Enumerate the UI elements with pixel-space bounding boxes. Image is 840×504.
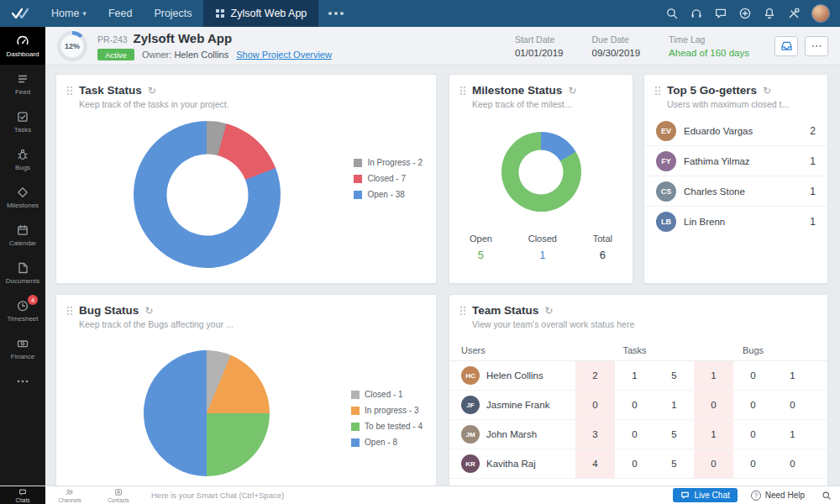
- sidebar-item-tasks[interactable]: Tasks: [0, 102, 45, 140]
- refresh-icon[interactable]: ↻: [144, 305, 153, 317]
- legend-item: To be tested - 4: [351, 422, 423, 431]
- refresh-icon[interactable]: ↻: [544, 305, 553, 317]
- due-date-label: Due Date: [592, 34, 641, 45]
- status-badge[interactable]: Active: [97, 49, 134, 60]
- team-status-table: Users Tasks Bugs HC Helen Collins 2 1 5 …: [449, 339, 827, 479]
- refresh-icon[interactable]: ↻: [763, 85, 771, 97]
- project-owner: Owner: Helen Collins: [142, 50, 228, 60]
- sidebar-item-milestones[interactable]: Milestones: [0, 178, 45, 216]
- table-row[interactable]: JF Jasmine Frank 0 0 1 0 0 0: [449, 391, 827, 420]
- tab-zylsoft-web-app[interactable]: Zylsoft Web App: [203, 0, 319, 27]
- legend-item: Open - 38: [354, 190, 423, 199]
- avatar: LB: [656, 212, 676, 232]
- bug-cell: 0: [773, 449, 812, 478]
- live-chat-button[interactable]: Live Chat: [673, 488, 737, 502]
- bug-status-subtitle: Keep track of the Bugs affecting your ..…: [66, 319, 426, 329]
- channels-button[interactable]: Channels: [45, 486, 94, 504]
- bug-cell: 1: [773, 420, 812, 449]
- app-logo[interactable]: [0, 7, 40, 20]
- table-row[interactable]: JM John Marsh 3 0 5 1 0 1: [449, 420, 827, 449]
- legend-swatch: [354, 191, 362, 199]
- nav-home-label: Home: [51, 8, 79, 19]
- add-icon[interactable]: [738, 7, 752, 20]
- project-code: PR-243: [97, 34, 128, 45]
- list-item[interactable]: FY Fathima Yilmaz 1: [644, 146, 827, 176]
- double-check-logo-icon: [11, 7, 29, 20]
- project-actions: ⋯: [774, 36, 828, 56]
- contacts-button[interactable]: Contacts: [94, 486, 143, 504]
- milestone-open-stat: Open 5: [470, 234, 492, 261]
- drag-handle-icon[interactable]: [654, 86, 661, 96]
- drag-handle-icon[interactable]: [459, 306, 466, 316]
- nav-item-projects[interactable]: Projects: [143, 0, 202, 27]
- active-tab-label: Zylsoft Web App: [231, 8, 307, 19]
- show-project-overview-link[interactable]: Show Project Overview: [236, 50, 332, 60]
- user-avatar[interactable]: [811, 4, 830, 23]
- sidebar-item-finance[interactable]: Finance: [0, 329, 45, 367]
- inbox-tray-icon: [780, 40, 793, 51]
- finance-icon: [16, 337, 29, 350]
- inbox-button[interactable]: [774, 36, 798, 56]
- search-icon[interactable]: [665, 7, 679, 20]
- sidebar-label-timesheet: Timesheet: [7, 315, 38, 323]
- refresh-icon[interactable]: ↻: [148, 85, 156, 97]
- time-lag: Time Lag Ahead of 160 days: [669, 34, 749, 58]
- chats-button[interactable]: Chats: [0, 486, 45, 504]
- legend-item: Closed - 1: [351, 390, 423, 399]
- chat-icon[interactable]: [714, 7, 727, 20]
- table-row[interactable]: HC Helen Collins 2 1 5 1 0 1: [449, 361, 827, 391]
- bug-cell: 0: [733, 361, 773, 390]
- list-item[interactable]: EV Eduardo Vargas 2: [644, 116, 827, 146]
- list-item[interactable]: CS Charles Stone 1: [644, 176, 827, 207]
- bug-cell: 0: [773, 391, 812, 419]
- sidebar-item-timesheet[interactable]: 4 Timesheet: [0, 291, 45, 329]
- drag-handle-icon[interactable]: [66, 306, 73, 316]
- stat-label: Closed: [528, 234, 557, 244]
- due-date: Due Date 09/30/2019: [592, 34, 641, 58]
- time-lag-label: Time Lag: [669, 34, 749, 45]
- smart-chat-input[interactable]: [143, 486, 668, 504]
- bug-cell: 0: [733, 391, 773, 419]
- legend-item: Open - 8: [351, 438, 423, 447]
- sidebar-item-bugs[interactable]: Bugs: [0, 140, 45, 178]
- sidebar-item-documents[interactable]: Documents: [0, 254, 45, 291]
- sidebar-label-bugs: Bugs: [15, 164, 30, 171]
- navbar-right-icons: [665, 4, 840, 23]
- sidebar-label-milestones: Milestones: [7, 202, 39, 209]
- sidebar-item-feed[interactable]: Feed: [0, 65, 45, 102]
- legend-item: In progress - 3: [351, 406, 423, 415]
- table-row[interactable]: KR Kavitha Raj 4 0 5 0 0 0: [449, 449, 827, 479]
- nav-item-feed[interactable]: Feed: [97, 0, 144, 27]
- sidebar-item-calendar[interactable]: Calendar: [0, 216, 45, 254]
- support-headset-icon[interactable]: [690, 7, 703, 20]
- closed-count: 1: [810, 186, 816, 197]
- bug-status-pie-chart: [144, 350, 270, 476]
- sidebar-label-calendar: Calendar: [9, 239, 36, 247]
- user-name: Lin Brenn: [684, 217, 725, 227]
- owner-name: Helen Collins: [174, 50, 228, 60]
- help-question-icon: ?: [751, 491, 761, 501]
- more-actions-button[interactable]: ⋯: [805, 36, 828, 56]
- sidebar-item-dashboard[interactable]: Dashboard: [0, 27, 45, 65]
- search-icon: [822, 491, 832, 501]
- refresh-icon[interactable]: ↻: [568, 85, 576, 97]
- calendar-icon: [16, 223, 29, 237]
- dashboard-gauge-icon: [16, 34, 29, 48]
- project-progress-label: 12%: [57, 31, 87, 61]
- sidebar-label-tasks: Tasks: [14, 126, 31, 134]
- footer-search-button[interactable]: [813, 486, 840, 504]
- legend-swatch: [354, 159, 362, 167]
- nav-more-button[interactable]: [318, 0, 354, 27]
- start-date-label: Start Date: [515, 34, 564, 45]
- list-item[interactable]: LB Lin Brenn 1: [644, 207, 827, 237]
- task-cell: 1: [654, 391, 694, 419]
- sidebar-more-button[interactable]: [0, 369, 45, 394]
- drag-handle-icon[interactable]: [66, 86, 73, 96]
- drag-handle-icon[interactable]: [459, 86, 466, 96]
- need-help-button[interactable]: ? Need Help: [743, 486, 813, 504]
- nav-item-home[interactable]: Home ▾: [40, 0, 97, 27]
- notification-bell-icon[interactable]: [763, 7, 776, 20]
- project-progress-ring: 12%: [57, 31, 87, 61]
- setup-tools-icon[interactable]: [787, 7, 801, 20]
- feed-icon: [16, 72, 29, 86]
